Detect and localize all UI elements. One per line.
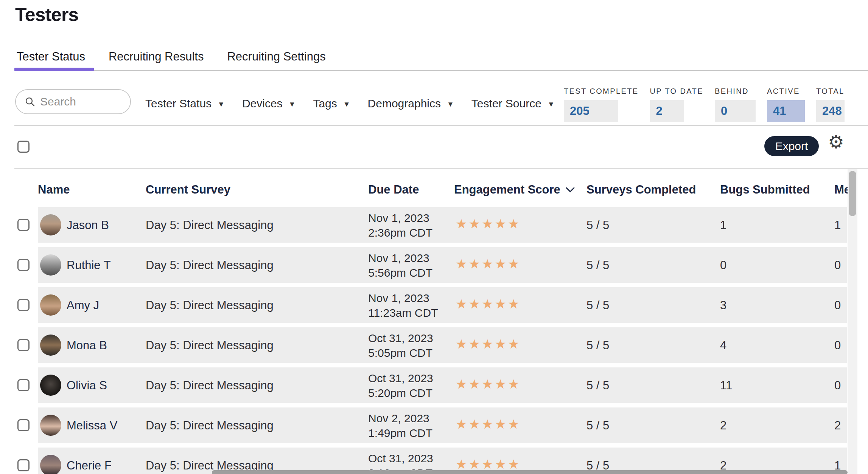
bugs-submitted: 1 — [720, 218, 726, 232]
sort-chevron-down-icon — [566, 187, 575, 193]
gear-icon[interactable]: ⚙ — [828, 133, 844, 151]
stat-value: 248 — [822, 104, 842, 118]
page-title: Testers — [15, 4, 78, 26]
filter-dropdown[interactable]: Tags ▼ — [313, 97, 350, 110]
stat-value-box[interactable]: 0 — [715, 100, 756, 122]
column-header-current-survey[interactable]: Current Survey — [146, 183, 230, 197]
engagement-stars: ★★★★★ — [456, 336, 521, 352]
filter-dropdown[interactable]: Demographics ▼ — [368, 97, 454, 110]
engagement-stars: ★★★★★ — [456, 216, 521, 231]
due-date: Nov 2, 2023 1:49pm CDT — [368, 411, 432, 440]
stat: UP TO DATE 2 — [650, 87, 703, 122]
column-header-surveys-completed[interactable]: Surveys Completed — [586, 183, 696, 197]
engagement-stars: ★★★★★ — [456, 256, 521, 271]
chevron-down-icon: ▼ — [289, 100, 296, 108]
tab-tester-status[interactable]: Tester Status — [17, 50, 85, 64]
current-survey: Day 5: Direct Messaging — [146, 339, 274, 352]
filter-dropdown-label: Tester Status — [145, 97, 212, 110]
due-date: Nov 1, 2023 5:56pm CDT — [368, 251, 432, 280]
surveys-completed: 5 / 5 — [586, 218, 609, 232]
messages-count: 2 — [834, 419, 841, 432]
tester-name[interactable]: Jason B — [67, 218, 109, 232]
stat-label: TOTAL — [816, 87, 845, 96]
current-survey: Day 5: Direct Messaging — [146, 299, 274, 312]
current-survey: Day 5: Direct Messaging — [146, 419, 274, 432]
due-date-line: Oct 31, 2023 — [368, 451, 433, 466]
row-checkbox[interactable] — [17, 299, 30, 311]
due-date-line: Nov 1, 2023 — [368, 291, 438, 305]
stat-value-box[interactable]: 205 — [564, 100, 618, 122]
table-row: Amy J Day 5: Direct Messaging Nov 1, 202… — [0, 287, 868, 323]
tab-recruiting-results[interactable]: Recruiting Results — [109, 50, 204, 64]
messages-count: 0 — [834, 259, 841, 272]
bugs-submitted: 3 — [720, 299, 726, 312]
stat-value-box[interactable]: 41 — [767, 100, 805, 122]
tab-recruiting-settings[interactable]: Recruiting Settings — [227, 50, 325, 64]
chevron-down-icon: ▼ — [343, 100, 350, 108]
tester-name[interactable]: Olivia S — [67, 379, 107, 392]
current-survey: Day 5: Direct Messaging — [146, 218, 274, 232]
row-checkbox[interactable] — [17, 379, 30, 391]
row-checkbox[interactable] — [17, 259, 30, 271]
row-checkbox[interactable] — [17, 459, 30, 471]
due-date: Oct 31, 2023 5:20pm CDT — [368, 371, 433, 400]
engagement-stars: ★★★★★ — [456, 376, 521, 392]
select-all-checkbox[interactable] — [17, 141, 30, 153]
stat-value-box[interactable]: 248 — [816, 100, 845, 122]
export-button-label: Export — [775, 140, 808, 153]
engagement-stars: ★★★★★ — [456, 457, 521, 472]
table-row: Jason B Day 5: Direct Messaging Nov 1, 2… — [0, 207, 868, 243]
column-header-engagement-score[interactable]: Engagement Score — [454, 183, 575, 197]
search-box — [15, 89, 131, 114]
status-summary: TEST COMPLETE 205 UP TO DATE 2 BEHIND 0 — [564, 87, 845, 122]
filter-dropdown[interactable]: Tester Source ▼ — [471, 97, 555, 110]
row-checkbox[interactable] — [17, 419, 30, 431]
column-header-messages[interactable]: Messages — [834, 183, 848, 197]
tester-name[interactable]: Amy J — [67, 299, 99, 312]
horizontal-scrollbar-thumb[interactable] — [212, 470, 848, 474]
due-date: Nov 1, 2023 11:23am CDT — [368, 291, 438, 320]
engagement-stars: ★★★★★ — [456, 296, 521, 311]
tester-name[interactable]: Cherie F — [67, 459, 112, 472]
vertical-scrollbar-thumb[interactable] — [849, 171, 856, 216]
due-time-line: 5:20pm CDT — [368, 386, 433, 400]
row-checkbox[interactable] — [17, 219, 30, 231]
filter-dropdown[interactable]: Devices ▼ — [242, 97, 296, 110]
messages-count: 1 — [834, 218, 841, 232]
avatar — [40, 335, 61, 356]
bugs-submitted: 2 — [720, 419, 726, 432]
tabs-divider — [14, 70, 868, 71]
filter-dropdown[interactable]: Tester Status ▼ — [145, 97, 225, 110]
column-header-due-date[interactable]: Due Date — [368, 183, 419, 197]
active-tab-indicator — [14, 68, 94, 71]
table-header: Name Current Survey Due Date Engagement … — [0, 169, 848, 206]
due-time-line: 5:56pm CDT — [368, 265, 432, 280]
surveys-completed: 5 / 5 — [586, 379, 609, 392]
due-date: Oct 31, 2023 5:05pm CDT — [368, 331, 433, 360]
export-button[interactable]: Export — [764, 136, 819, 156]
table-row: Mona B Day 5: Direct Messaging Oct 31, 2… — [0, 327, 868, 363]
column-header-bugs-submitted[interactable]: Bugs Submitted — [720, 183, 810, 197]
stat-label: TEST COMPLETE — [564, 87, 639, 96]
tester-name[interactable]: Mona B — [67, 339, 107, 352]
filter-dropdown-label: Devices — [242, 97, 283, 110]
tab-bar: Tester Status Recruiting Results Recruit… — [17, 50, 326, 64]
due-date-line: Oct 31, 2023 — [368, 371, 433, 386]
filters-divider — [14, 125, 868, 126]
tester-name[interactable]: Ruthie T — [67, 259, 111, 272]
current-survey: Day 5: Direct Messaging — [146, 379, 274, 392]
stat: TOTAL 248 — [816, 87, 845, 122]
avatar — [40, 415, 61, 436]
filter-dropdown-label: Tester Source — [471, 97, 541, 110]
due-time-line: 5:05pm CDT — [368, 345, 433, 360]
surveys-completed: 5 / 5 — [586, 299, 609, 312]
stat-value-box[interactable]: 2 — [650, 100, 684, 122]
bugs-submitted: 11 — [720, 379, 732, 392]
search-input[interactable] — [36, 95, 130, 108]
due-date-line: Nov 1, 2023 — [368, 211, 432, 225]
column-header-name[interactable]: Name — [38, 183, 70, 197]
stat-value: 41 — [773, 104, 786, 118]
tester-name[interactable]: Melissa V — [67, 419, 117, 432]
row-checkbox[interactable] — [17, 339, 30, 351]
messages-count: 0 — [834, 379, 841, 392]
